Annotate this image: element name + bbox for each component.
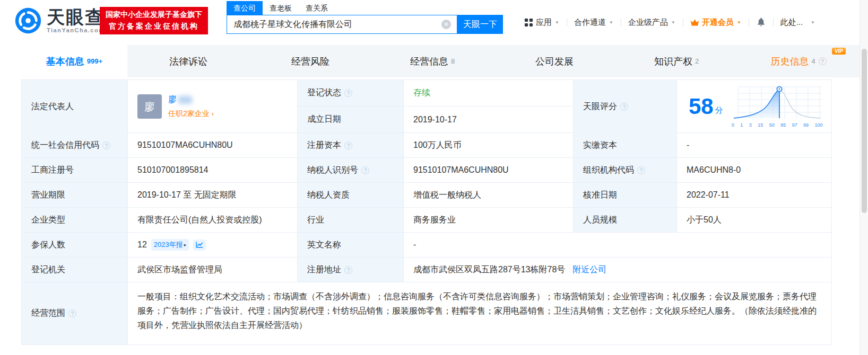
scrollbar-track[interactable] (860, 0, 868, 355)
tab-basic-info[interactable]: 基本信息 999+ (21, 45, 127, 77)
field-value: 成都市武侯区双凤五路287号13栋附78号 (413, 264, 565, 276)
caret-right-icon (184, 242, 187, 247)
business-scope-text: 一般项目：组织文化艺术交流活动；市场调查（不含涉外调查）；信息咨询服务（不含许可… (137, 292, 817, 330)
avatar[interactable]: 廖 (137, 94, 162, 119)
scrollbar-thumb[interactable] (862, 49, 867, 213)
field-value: 2022-07-11 (687, 190, 730, 200)
chevron-down-icon (554, 20, 560, 25)
nav-user[interactable]: 此处... (780, 17, 815, 28)
industry-label-cell: 行业 (298, 208, 404, 232)
insured-count: 12 (137, 240, 147, 250)
tab-company-development[interactable]: 公司发展 (493, 45, 615, 77)
search-tabs: 查公司 查老板 查关系 (227, 1, 503, 15)
search-button[interactable]: 天眼一下 (457, 15, 503, 34)
table-row: 参保人数 12 2023年报 英文名称 - (22, 233, 831, 258)
tab-intellectual-property[interactable]: 知识产权 2 (615, 45, 737, 77)
logo[interactable]: 天眼查 TianYanCha.com (15, 7, 105, 36)
annual-report-tag[interactable]: 2023年报 (151, 239, 189, 251)
tab-label: 基本信息 (46, 55, 84, 68)
nav-enterprise-products[interactable]: 企业级产品 (628, 17, 676, 28)
chevron-down-icon (736, 20, 742, 25)
positions-link[interactable]: 任职2家企业 (168, 109, 214, 119)
certification-badge: 国家中小企业发展子基金旗下 官方备案企业征信机构 (100, 7, 208, 34)
help-icon[interactable] (344, 89, 352, 97)
term-value-cell: 2019-10-17 至 无固定期限 (128, 183, 298, 207)
help-icon[interactable] (344, 141, 352, 149)
field-value: 510107001895814 (137, 165, 208, 175)
field-value: - (413, 240, 416, 250)
top-header: 天眼查 TianYanCha.com 国家中小企业发展子基金旗下 官方备案企业征… (0, 0, 868, 45)
reg-status-value-cell: 存续 (404, 80, 573, 106)
field-value: - (687, 140, 689, 150)
taxpayer-quality-value-cell: 增值税一般纳税人 (404, 183, 574, 207)
help-icon[interactable] (102, 141, 110, 149)
help-icon[interactable] (344, 266, 352, 274)
reg-status-label-cell: 登记状态 (298, 80, 404, 106)
tab-label: 知识产权 (654, 55, 692, 68)
table-row: 企业类型 有限责任公司(自然人投资或控股) 行业 商务服务业 人员规模 小于50… (22, 208, 831, 233)
help-icon[interactable] (361, 166, 369, 174)
help-icon[interactable] (819, 57, 827, 65)
field-label: 营业期限 (31, 190, 65, 201)
chevron-down-icon (671, 20, 676, 25)
industry-value-cell: 商务服务业 (404, 208, 574, 232)
field-label: 注册地址 (307, 264, 341, 276)
tab-label: 公司发展 (535, 55, 574, 68)
approval-date-value-cell: 2022-07-11 (677, 183, 831, 207)
help-icon[interactable] (620, 103, 628, 111)
taxpayer-id-label-cell: 纳税人识别号 (298, 158, 404, 182)
org-code-label-cell: 组织机构代码 (574, 158, 677, 182)
nav-apps-label: 应用 (536, 17, 552, 28)
field-label: 行业 (307, 215, 324, 226)
field-value: MA6CUHN8-0 (687, 165, 741, 175)
notification-bell[interactable] (756, 16, 766, 29)
search-tab-company[interactable]: 查公司 (227, 1, 263, 15)
paid-capital-value-cell: - (677, 133, 831, 157)
help-icon[interactable] (637, 166, 645, 174)
nav-cooperation[interactable]: 合作通道 (574, 17, 614, 28)
line-chart-icon (196, 242, 203, 248)
nav-vip-label: 开通会员 (702, 17, 734, 28)
nearby-companies-link[interactable]: 附近公司 (572, 264, 606, 276)
tab-label: 经营风险 (291, 55, 329, 68)
field-value: 武侯区市场监督管理局 (137, 264, 222, 276)
nav-apps[interactable]: 应用 (524, 17, 560, 28)
score-distribution-chart: 0131550859799100 (732, 86, 823, 128)
address-label-cell: 注册地址 (298, 258, 404, 282)
help-icon[interactable] (68, 309, 76, 317)
paid-capital-label-cell: 实缴资本 (574, 133, 677, 157)
uscc-value-cell: 91510107MA6CUHN80U (128, 133, 298, 157)
field-value: 91510107MA6CUHN80U (137, 140, 233, 150)
uscc-label-cell: 统一社会信用代码 (22, 133, 128, 157)
vip-badge: VIP (832, 48, 846, 55)
reg-authority-label-cell: 登记机关 (22, 258, 128, 282)
tab-business-info[interactable]: 经营信息 8 (371, 45, 493, 77)
tab-operation-risk[interactable]: 经营风险 (249, 45, 371, 77)
field-label: 组织机构代码 (583, 165, 634, 176)
search-tab-boss[interactable]: 查老板 (263, 1, 299, 15)
table-row: 工商注册号 510107001895814 纳税人识别号 91510107MA6… (22, 158, 831, 183)
tab-count: 999+ (87, 57, 102, 65)
search-input[interactable] (227, 15, 457, 34)
clear-icon[interactable] (441, 20, 451, 29)
field-value: 商务服务业 (413, 215, 456, 226)
legal-rep-name[interactable]: 廖 (168, 94, 214, 105)
org-code-value-cell: MA6CUHN8-0 (677, 158, 831, 182)
tab-label: 经营信息 (410, 55, 448, 68)
score-value-cell: 58 分 (677, 80, 831, 133)
english-name-value-cell: - (404, 233, 831, 257)
field-label: 英文名称 (307, 239, 341, 251)
nav-open-vip[interactable]: 开通会员 (690, 17, 742, 28)
chevron-down-icon (609, 20, 614, 25)
search-tab-relation[interactable]: 查关系 (299, 1, 335, 15)
reg-capital-value-cell: 100万人民币 (404, 133, 574, 157)
field-value: 增值税一般纳税人 (413, 190, 481, 201)
crown-icon (690, 19, 699, 26)
trend-chart-button[interactable] (193, 239, 206, 251)
field-label: 天眼评分 (583, 101, 617, 112)
tab-legal-litigation[interactable]: 法律诉讼 (127, 45, 249, 77)
badge-line2: 官方备案企业征信机构 (100, 21, 208, 32)
company-type-label-cell: 企业类型 (22, 208, 128, 232)
tab-history-info[interactable]: VIP 历史信息 4 (737, 45, 860, 77)
table-row: 登记机关 武侯区市场监督管理局 注册地址 成都市武侯区双凤五路287号13栋附7… (22, 258, 831, 282)
